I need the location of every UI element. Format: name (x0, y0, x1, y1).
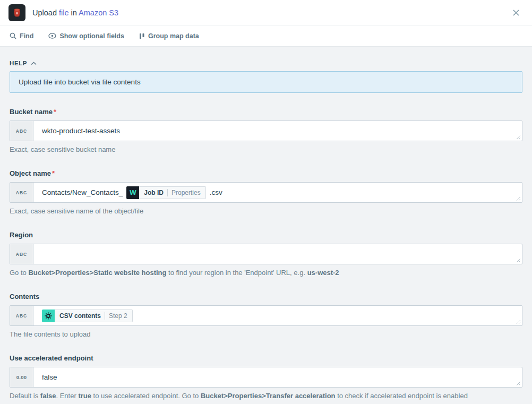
show-optional-fields-label: Show optional fields (59, 32, 124, 40)
chevron-up-icon (31, 62, 37, 65)
region-hint: Go to Bucket>Properties>Static website h… (10, 269, 522, 277)
region-value[interactable] (33, 244, 522, 264)
field-region: Region ABC Go to Bucket>Properties>Stati… (10, 231, 522, 277)
region-input[interactable]: ABC (10, 244, 522, 264)
bucket-name-hint: Exact, case sensitive bucket name (10, 145, 522, 153)
datapill-name: Job ID (144, 189, 164, 196)
pill-divider (105, 312, 105, 320)
string-type-prefix: ABC (10, 306, 33, 325)
contents-input[interactable]: ABC (10, 305, 522, 326)
toolbar: Find Show optional fields Group map data (0, 25, 532, 47)
resize-handle[interactable] (516, 381, 521, 386)
datapill-name: CSV contents (59, 312, 101, 320)
field-contents: Contents ABC (10, 293, 522, 338)
resize-handle[interactable] (516, 258, 521, 263)
eye-icon (48, 33, 56, 39)
field-bucket-name: Bucket name* ABC wkto-product-test-asset… (10, 108, 522, 153)
number-type-prefix: 0.00 (10, 367, 33, 387)
help-section-label: HELP (10, 60, 27, 66)
object-name-text-before: Contacts/New_Contacts_ (42, 188, 123, 196)
object-name-value[interactable]: Contacts/New_Contacts_ W Job ID Properti… (33, 183, 522, 202)
string-type-prefix: ABC (10, 121, 33, 141)
contents-value[interactable]: CSV contents Step 2 (33, 306, 522, 325)
close-button[interactable] (509, 5, 524, 20)
workato-icon: W (126, 186, 139, 199)
bucket-name-label: Bucket name* (10, 108, 522, 116)
s3-bucket-icon (12, 7, 22, 18)
accelerated-endpoint-label: Use accelerated endpoint (10, 354, 522, 362)
datapill-source: Step 2 (109, 312, 127, 320)
accelerated-endpoint-input[interactable]: 0.00 false (10, 367, 522, 388)
dialog-header: Upload file in Amazon S3 (0, 0, 532, 25)
required-asterisk: * (54, 108, 56, 116)
group-map-data-button[interactable]: Group map data (139, 32, 199, 40)
recipe-gear-icon (42, 310, 55, 322)
object-name-hint: Exact, case sensitive name of the object… (10, 207, 522, 215)
group-columns-icon (139, 33, 145, 39)
string-type-prefix: ABC (10, 244, 33, 264)
help-text-box: Upload file into bucket via file content… (10, 71, 522, 93)
help-section-toggle[interactable]: HELP (10, 60, 522, 66)
close-icon (512, 9, 520, 16)
contents-hint: The file contents to upload (10, 330, 522, 338)
pill-divider (167, 189, 168, 196)
datapill-job-id[interactable]: W Job ID Properties (126, 186, 205, 199)
bucket-name-input[interactable]: ABC wkto-product-test-assets (10, 121, 522, 141)
group-map-data-label: Group map data (148, 32, 199, 40)
search-icon (10, 32, 16, 39)
datapill-csv-contents[interactable]: CSV contents Step 2 (42, 310, 133, 322)
find-button[interactable]: Find (10, 32, 33, 40)
show-optional-fields-button[interactable]: Show optional fields (48, 32, 124, 40)
string-type-prefix: ABC (10, 183, 33, 202)
amazon-s3-app-icon (8, 4, 25, 21)
resize-handle[interactable] (516, 135, 521, 140)
object-name-input[interactable]: ABC Contacts/New_Contacts_ W Job ID Prop… (10, 182, 522, 203)
accelerated-endpoint-value[interactable]: false (33, 367, 522, 387)
required-asterisk: * (52, 169, 55, 177)
bucket-name-value[interactable]: wkto-product-test-assets (33, 121, 522, 141)
help-text: Upload file into bucket via file content… (19, 78, 141, 86)
object-name-text-after: .csv (210, 188, 222, 196)
resize-handle[interactable] (516, 196, 521, 201)
field-object-name: Object name* ABC Contacts/New_Contacts_ … (10, 169, 522, 215)
action-config-panel: HELP Upload file into bucket via file co… (0, 47, 532, 404)
action-title: Upload file in Amazon S3 (32, 8, 118, 17)
field-accelerated-endpoint: Use accelerated endpoint 0.00 false Defa… (10, 354, 522, 400)
contents-label: Contents (10, 293, 522, 300)
datapill-source: Properties (171, 189, 201, 196)
resize-handle[interactable] (516, 320, 521, 324)
region-label: Region (10, 231, 522, 239)
find-label: Find (20, 32, 33, 40)
accelerated-endpoint-hint: Default is false. Enter true to use acce… (10, 392, 522, 400)
object-name-label: Object name* (10, 169, 522, 177)
